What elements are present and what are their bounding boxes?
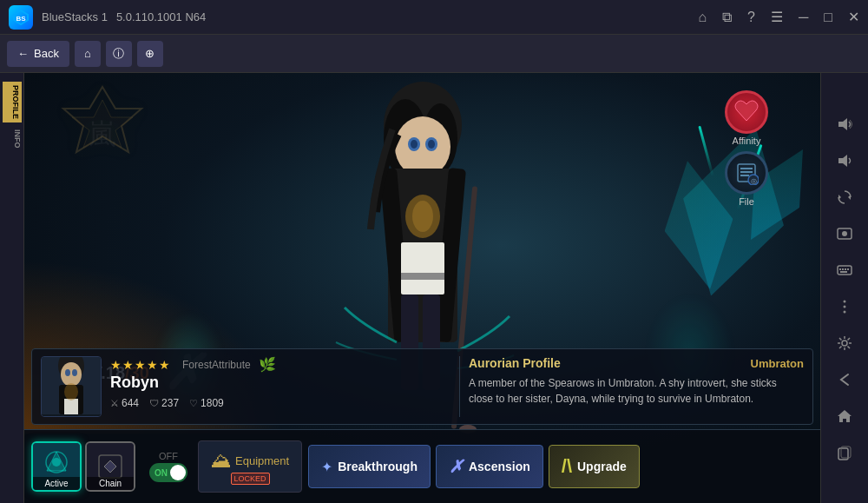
svg-rect-56 xyxy=(847,268,849,270)
svg-text:嵐: 嵐 xyxy=(89,118,116,149)
affinity-icon xyxy=(725,90,768,134)
profile-title: Aurorian Profile xyxy=(469,356,561,370)
character-portrait xyxy=(41,356,102,417)
svg-rect-38 xyxy=(64,399,78,414)
maximize-icon[interactable]: □ xyxy=(824,10,832,25)
active-skill-slot[interactable]: Active xyxy=(31,441,82,492)
svg-point-43 xyxy=(52,458,61,467)
settings-icon[interactable] xyxy=(831,329,858,357)
profile-header: Aurorian Profile Umbraton xyxy=(469,356,804,370)
zoom-button[interactable]: ⊕ xyxy=(137,41,163,67)
svg-rect-29 xyxy=(740,175,749,176)
emblem-symbol: 嵐 xyxy=(50,83,155,203)
skill-slots: Active Chain xyxy=(24,434,142,499)
lightning-2 xyxy=(698,126,713,177)
attribute-section: ★★★★★ ForestAttribute 🌿 xyxy=(110,356,445,373)
keyboard-icon[interactable] xyxy=(831,256,858,284)
svg-rect-55 xyxy=(845,268,846,270)
defense-icon: 🛡 xyxy=(149,398,159,408)
svg-point-51 xyxy=(842,231,847,236)
toggle-switch[interactable]: ON xyxy=(149,463,187,482)
close-icon[interactable]: ✕ xyxy=(848,9,859,25)
toolbar: ← Back ⌂ ⓘ ⊕ xyxy=(0,35,868,73)
right-sidebar-controls xyxy=(820,73,868,503)
defense-stat: 🛡 237 xyxy=(149,397,179,409)
attribute-text: ForestAttribute xyxy=(182,359,251,371)
rotate-icon[interactable] xyxy=(831,183,858,211)
svg-marker-49 xyxy=(838,195,841,200)
file-button[interactable]: ◎ File xyxy=(725,151,768,207)
equipment-button[interactable]: ⛰ Equipment LOCKED xyxy=(198,440,302,493)
file-label: File xyxy=(739,196,754,207)
home-toolbar-button[interactable]: ⌂ xyxy=(75,41,101,67)
info-button[interactable]: ⓘ xyxy=(106,41,132,67)
breakthrough-label: Breakthrough xyxy=(338,460,418,473)
zoom-icon: ⊕ xyxy=(145,47,155,60)
file-icon: ◎ xyxy=(725,151,768,195)
screen-record-icon[interactable] xyxy=(831,220,858,248)
character-info-panel: ★★★★★ ForestAttribute 🌿 Robyn ⚔ 644 🛡 23… xyxy=(31,348,813,425)
character-details: ★★★★★ ForestAttribute 🌿 Robyn ⚔ 644 🛡 23… xyxy=(110,356,445,417)
minimize-icon[interactable]: ─ xyxy=(799,10,808,25)
svg-point-58 xyxy=(844,300,846,302)
volume-low-icon[interactable] xyxy=(831,147,858,175)
affinity-button[interactable]: Affinity xyxy=(725,90,768,146)
svg-point-36 xyxy=(72,369,77,376)
home-icon[interactable]: ⌂ xyxy=(698,10,707,25)
breakthrough-button[interactable]: ✦ Breakthrough xyxy=(308,445,431,488)
ascension-button[interactable]: ✗ Ascension xyxy=(436,445,543,488)
character-name: Robyn xyxy=(110,374,445,392)
defense-value: 237 xyxy=(161,397,179,409)
toggle-on-text: ON xyxy=(155,468,168,478)
help-icon[interactable]: ? xyxy=(747,10,755,25)
hp-icon: ♡ xyxy=(189,398,198,409)
more-options-icon[interactable] xyxy=(831,293,858,321)
layers-icon[interactable]: ⧉ xyxy=(722,10,732,25)
profile-description: A member of the Spearows in Umbraton. A … xyxy=(469,375,804,407)
svg-rect-57 xyxy=(840,271,847,273)
attack-icon: ⚔ xyxy=(110,398,119,409)
game-content: 嵐 xyxy=(24,73,820,503)
recent-apps-icon[interactable] xyxy=(831,439,858,467)
svg-marker-46 xyxy=(838,118,847,130)
toggle-knob xyxy=(170,465,186,480)
svg-rect-17 xyxy=(401,273,444,280)
attack-stat: ⚔ 644 xyxy=(110,397,139,409)
svg-point-19 xyxy=(412,201,433,232)
character-stats: ⚔ 644 🛡 237 ♡ 1809 xyxy=(110,397,445,409)
back-button[interactable]: ← Back xyxy=(7,41,69,67)
svg-marker-47 xyxy=(838,155,847,167)
info-tab[interactable]: INFO xyxy=(3,129,22,149)
hp-stat: ♡ 1809 xyxy=(189,397,224,409)
ascension-icon: ✗ xyxy=(449,456,464,477)
svg-point-39 xyxy=(64,383,78,400)
action-bar: Active Chain OFF ON xyxy=(24,429,820,503)
upgrade-button[interactable]: /\ Upgrade xyxy=(549,445,640,488)
svg-rect-53 xyxy=(839,268,841,270)
equipment-icon-row: ⛰ Equipment xyxy=(211,448,289,473)
portrait-image xyxy=(42,357,101,416)
attack-value: 644 xyxy=(122,397,139,409)
info-icon: ⓘ xyxy=(113,46,124,62)
breakthrough-icon: ✦ xyxy=(321,459,332,475)
volume-high-icon[interactable] xyxy=(831,110,858,138)
equipment-label: Equipment xyxy=(235,454,289,467)
aurorian-profile: Aurorian Profile Umbraton A member of th… xyxy=(459,356,804,417)
profile-tab[interactable]: PROFILE xyxy=(3,82,22,122)
menu-icon[interactable]: ☰ xyxy=(771,9,783,25)
hp-value: 1809 xyxy=(201,397,224,409)
left-sidebar: PROFILE INFO xyxy=(0,73,24,503)
back-nav-icon[interactable] xyxy=(831,366,858,394)
svg-point-60 xyxy=(844,310,846,313)
attribute-icon: 🌿 xyxy=(259,356,276,373)
svg-point-59 xyxy=(844,305,846,308)
chain-skill-slot[interactable]: Chain xyxy=(85,441,135,492)
svg-point-8 xyxy=(395,116,450,177)
profile-region: Umbraton xyxy=(751,357,804,370)
svg-rect-27 xyxy=(740,168,753,169)
nav-home-icon[interactable] xyxy=(831,402,858,430)
locked-badge: LOCKED xyxy=(231,473,270,485)
svg-point-11 xyxy=(411,140,418,149)
affinity-label: Affinity xyxy=(733,136,761,146)
app-title: BlueStacks 1 xyxy=(42,10,108,23)
